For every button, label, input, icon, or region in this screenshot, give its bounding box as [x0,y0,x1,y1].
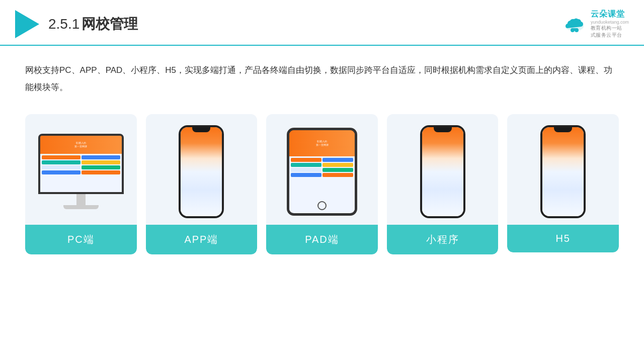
pc-monitor-icon: 职通人的第一堂网课 [38,134,124,209]
card-pc-image: 职通人的第一堂网课 [25,114,137,225]
card-pad-label: PAD端 [266,225,378,254]
card-pad: 职通人的第一堂网课 PAD端 [266,114,378,254]
card-pad-image: 职通人的第一堂网课 [266,114,378,225]
app-phone-icon [179,125,224,218]
main-content: 网校支持PC、APP、PAD、小程序、H5，实现多端打通，产品各终端自由切换，数… [0,46,644,264]
brand-name: 云朵课堂 [591,9,625,20]
card-app-image [146,114,258,225]
cards-container: 职通人的第一堂网课 PC端 [25,114,619,254]
card-h5-image [507,114,619,225]
card-mini: 小程序 [387,114,499,254]
card-h5-label: H5 [507,225,619,252]
card-mini-label: 小程序 [387,225,499,254]
mini-phone-icon [420,125,465,218]
card-pc: 职通人的第一堂网课 PC端 [25,114,137,254]
h5-phone-icon [540,125,586,218]
header: 2.5.1网校管理 云朵课堂 yunduoketang.com 教育机构一站 式… [0,0,644,46]
brand-url: yunduoketang.com [591,20,629,25]
logo-triangle-icon [15,10,39,38]
card-h5: H5 [507,114,619,252]
svg-rect-3 [572,28,578,30]
phone-notch [192,127,210,132]
pad-tablet-icon: 职通人的第一堂网课 [287,128,357,216]
tablet-home-btn [317,201,327,210]
page-title: 2.5.1网校管理 [48,15,138,34]
phone-notch-2 [434,127,452,132]
brand-text: 云朵课堂 yunduoketang.com 教育机构一站 式服务云平台 [591,9,629,39]
header-left: 2.5.1网校管理 [15,10,138,38]
card-mini-image [387,114,499,225]
section-number: 2.5.1 [48,16,79,32]
cloud-icon [562,15,587,33]
brand-tagline: 教育机构一站 式服务云平台 [591,25,622,39]
phone-notch-3 [554,127,572,132]
description-text: 网校支持PC、APP、PAD、小程序、H5，实现多端打通，产品各终端自由切换，数… [25,62,619,96]
card-app: APP端 [146,114,258,254]
card-pc-label: PC端 [25,225,137,254]
brand-logo: 云朵课堂 yunduoketang.com 教育机构一站 式服务云平台 [562,9,629,39]
card-app-label: APP端 [146,225,258,254]
